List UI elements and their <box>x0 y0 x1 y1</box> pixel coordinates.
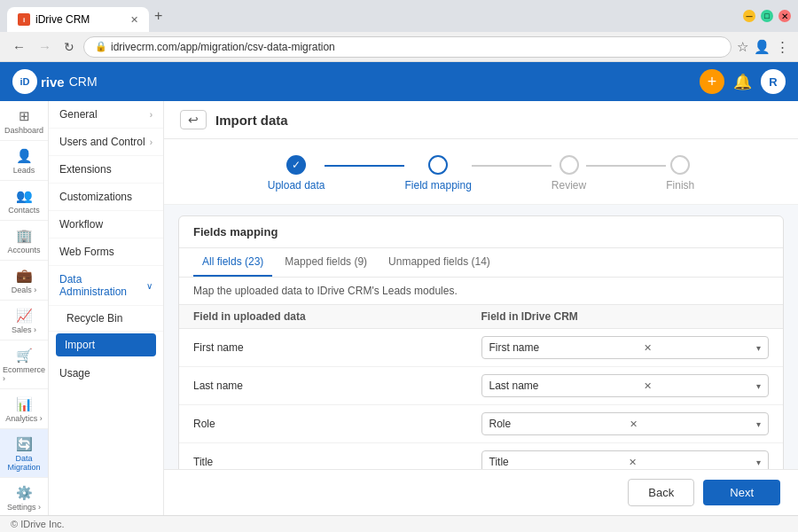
field-select-wrapper: First name ✕ ▾ <box>481 336 770 359</box>
window-minimize[interactable]: ─ <box>743 10 755 22</box>
content-header: ↩ Import data <box>164 101 798 139</box>
tab-favicon: i <box>18 13 30 26</box>
accounts-icon: 🏢 <box>16 228 33 244</box>
sidebar-item-ecommerce[interactable]: 🛒 Ecommerce › <box>0 340 48 389</box>
chevron-down-icon: ∨ <box>146 281 153 291</box>
nav-forward-button[interactable]: → <box>35 37 55 56</box>
window-maximize[interactable]: □ <box>761 10 773 22</box>
sidebar-item-analytics[interactable]: 📊 Analytics › <box>0 389 48 429</box>
page-title: Import data <box>215 113 288 128</box>
contacts-icon: 👥 <box>16 188 33 204</box>
step-upload-label: Upload data <box>268 179 325 192</box>
menu-item-general[interactable]: General › <box>49 101 163 129</box>
copyright-text: © IDrive Inc. <box>11 519 65 529</box>
tab-all-fields[interactable]: All fields (23) <box>193 248 272 277</box>
sales-icon: 📈 <box>16 308 33 324</box>
select-x-icon[interactable]: ✕ <box>640 342 655 354</box>
field-select-wrapper: Role ✕ ▾ <box>481 412 770 435</box>
url-text: idrivecrm.com/app/migration/csv-data-mig… <box>111 41 720 53</box>
step-review: Review <box>552 155 586 192</box>
sidebar-item-settings[interactable]: ⚙️ Settings › <box>0 478 48 515</box>
menu-item-workflow[interactable]: Workflow <box>49 211 163 239</box>
deals-icon: 💼 <box>16 268 33 284</box>
page-footer: Back Next <box>164 469 798 515</box>
nav-refresh-button[interactable]: ↻ <box>60 38 78 56</box>
main-content: ↩ Import data ✓ Upload data Field mappin… <box>164 101 798 515</box>
url-lock-icon: 🔒 <box>95 41 107 52</box>
mapping-description: Map the uploaded data to IDrive CRM's Le… <box>179 278 783 304</box>
step-mapping-label: Field mapping <box>404 179 471 192</box>
sidebar-item-accounts[interactable]: 🏢 Accounts <box>0 221 48 261</box>
user-avatar[interactable]: R <box>761 69 786 94</box>
logo-drive-text: rive <box>41 74 65 90</box>
menu-item-data-administration[interactable]: Data Administration ∨ <box>49 266 163 306</box>
step-mapping-circle <box>428 155 448 175</box>
menu-item-users-control[interactable]: Users and Control › <box>49 129 163 156</box>
window-controls: ─ □ ✕ <box>743 0 791 32</box>
field-select[interactable]: Role ✕ ▾ <box>481 412 770 435</box>
select-arrow-icon[interactable]: ▾ <box>756 343 761 353</box>
bookmark-icon[interactable]: ☆ <box>737 39 748 55</box>
browser-tabs: i iDrive CRM ✕ + <box>7 0 736 32</box>
next-button[interactable]: Next <box>703 480 780 505</box>
window-close[interactable]: ✕ <box>778 10 791 22</box>
select-arrow-icon[interactable]: ▾ <box>756 381 761 391</box>
menu-item-web-forms[interactable]: Web Forms <box>49 239 163 266</box>
step-finish-label: Finish <box>666 179 694 192</box>
sidebar-item-dashboard[interactable]: ⊞ Dashboard <box>0 101 48 141</box>
active-tab[interactable]: i iDrive CRM ✕ <box>7 7 149 32</box>
field-select[interactable]: First name ✕ ▾ <box>481 336 770 359</box>
back-footer-button[interactable]: Back <box>628 479 694 506</box>
sidebar-item-contacts[interactable]: 👥 Contacts <box>0 181 48 221</box>
field-name: Last name <box>193 379 481 392</box>
step-line-1 <box>325 165 404 167</box>
menu-sub-item-import[interactable]: Import <box>56 333 156 356</box>
back-button[interactable]: ↩ <box>180 110 207 129</box>
tab-close-icon[interactable]: ✕ <box>130 14 138 26</box>
add-button[interactable]: + <box>700 69 724 94</box>
bottom-bar: © IDrive Inc. <box>0 515 798 532</box>
menu-sub-item-recycle-bin[interactable]: Recycle Bin <box>49 306 163 332</box>
tab-title: iDrive CRM <box>35 13 90 26</box>
table-row: First name First name ✕ ▾ <box>179 329 783 367</box>
menu-panel: General › Users and Control › Extensions… <box>49 101 164 515</box>
browser-chrome: i iDrive CRM ✕ + ─ □ ✕ <box>0 0 798 32</box>
select-arrow-icon[interactable]: ▾ <box>756 419 761 429</box>
new-tab-button[interactable]: + <box>149 8 168 24</box>
nav-back-button[interactable]: ← <box>9 37 29 56</box>
sidebar-item-data-migration[interactable]: 🔄 Data Migration <box>0 429 48 478</box>
sidebar-item-leads[interactable]: 👤 Leads <box>0 141 48 181</box>
step-upload-circle: ✓ <box>286 155 306 175</box>
menu-item-usage[interactable]: Usage <box>49 360 163 387</box>
field-select[interactable]: Title ✕ ▾ <box>481 450 770 469</box>
step-finish: Finish <box>666 155 694 192</box>
step-review-circle <box>559 155 579 175</box>
notifications-button[interactable]: 🔔 <box>733 73 752 91</box>
logo-icon: iD <box>12 69 37 94</box>
settings-icon: ⚙️ <box>16 485 33 501</box>
table-row: Title Title ✕ ▾ <box>179 443 783 469</box>
sidebar-item-deals[interactable]: 💼 Deals › <box>0 261 48 301</box>
analytics-icon: 📊 <box>16 396 33 412</box>
menu-item-customizations[interactable]: Customizations <box>49 184 163 211</box>
select-arrow-icon[interactable]: ▾ <box>756 458 761 467</box>
field-name: Role <box>193 418 481 430</box>
top-navigation: iD rive CRM + 🔔 R <box>0 62 798 101</box>
select-x-icon[interactable]: ✕ <box>640 380 655 392</box>
select-x-icon[interactable]: ✕ <box>626 419 641 430</box>
field-select[interactable]: Last name ✕ ▾ <box>481 374 770 397</box>
tab-unmapped-fields[interactable]: Unmapped fields (14) <box>379 248 499 277</box>
step-line-2 <box>472 165 552 167</box>
tab-mapped-fields[interactable]: Mapped fields (9) <box>276 248 376 277</box>
url-bar[interactable]: 🔒 idrivecrm.com/app/migration/csv-data-m… <box>83 36 732 58</box>
mapping-table-header: Field in uploaded data Field in IDrive C… <box>179 304 783 329</box>
sidebar-nav: ⊞ Dashboard 👤 Leads 👥 Contacts 🏢 Account… <box>0 101 49 515</box>
menu-icon[interactable]: ⋮ <box>776 39 789 55</box>
data-migration-icon: 🔄 <box>16 436 33 452</box>
select-x-icon[interactable]: ✕ <box>625 457 640 468</box>
menu-item-extensions[interactable]: Extensions <box>49 156 163 184</box>
leads-icon: 👤 <box>16 148 33 164</box>
address-bar: ← → ↻ 🔒 idrivecrm.com/app/migration/csv-… <box>0 32 798 62</box>
profile-icon[interactable]: 👤 <box>754 39 771 55</box>
sidebar-item-sales[interactable]: 📈 Sales › <box>0 301 48 340</box>
